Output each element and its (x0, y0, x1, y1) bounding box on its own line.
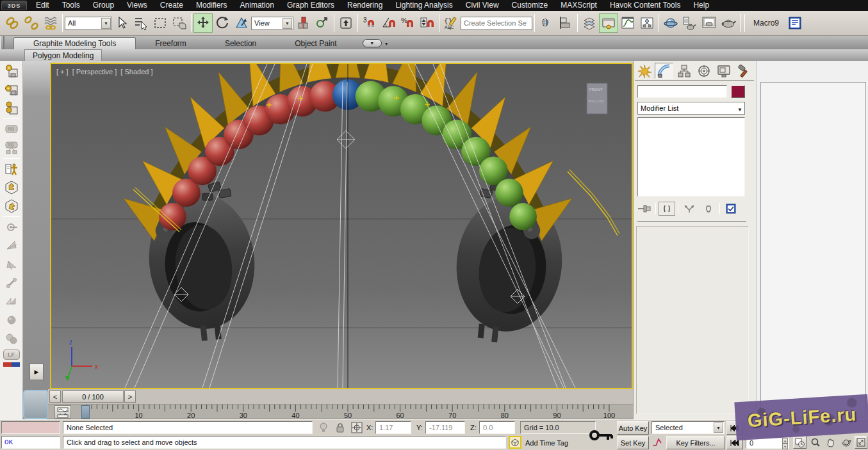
menu-item-animation[interactable]: Animation (234, 0, 281, 11)
ribbon-menu-caret[interactable]: ▼ (384, 42, 389, 46)
absolute-mode-icon[interactable] (350, 421, 364, 434)
tab-graphite-modeling-tools[interactable]: Graphite Modeling Tools (13, 37, 136, 49)
select-and-link-icon[interactable] (3, 13, 22, 33)
z-value-field[interactable]: 0.0 (479, 421, 515, 434)
selection-filter-dropdown[interactable]: All▼ (65, 17, 112, 30)
viewport-menu-shading[interactable]: [ Shaded ] (120, 68, 152, 76)
app-logo[interactable]: 3DS (1, 1, 27, 10)
menu-item-lighting-analysis[interactable]: Lighting Analysis (389, 0, 459, 11)
track-bar-frame-handle[interactable] (81, 405, 90, 419)
window-crossing-icon[interactable] (170, 13, 189, 33)
tab-polygon-modeling[interactable]: Polygon Modeling (24, 49, 102, 61)
time-configuration-icon[interactable] (793, 436, 807, 449)
default-in-out-tangent-icon[interactable] (651, 436, 664, 449)
tab-create-icon[interactable] (635, 63, 653, 79)
percent-snap-icon[interactable]: % (398, 13, 418, 33)
use-pivot-center-icon[interactable] (293, 13, 313, 33)
next-frame-arrow[interactable]: > (124, 390, 136, 403)
tab-object-paint[interactable]: Object Paint (275, 38, 356, 49)
bind-to-spacewarp-icon[interactable] (41, 13, 60, 33)
time-slider-handle[interactable]: 0 / 100 (62, 390, 124, 403)
previous-frame-arrow[interactable]: < (49, 390, 61, 403)
expand-tray-button[interactable]: ▶ (29, 364, 44, 380)
auto-key-button[interactable]: Auto Key (617, 421, 649, 435)
graphite-ribbon-toggle-icon[interactable] (599, 13, 618, 33)
key-filters-button[interactable]: Key Filters... (666, 436, 725, 449)
disabled-bone-icon[interactable] (3, 275, 20, 291)
menu-item-tools[interactable]: Tools (56, 0, 86, 11)
tab-display-icon[interactable] (714, 63, 733, 79)
selection-lock-icon[interactable] (333, 421, 347, 434)
viewport-menu-plus[interactable]: [ + ] (56, 68, 69, 76)
modifier-stack-list[interactable] (637, 117, 745, 197)
tab-modify-icon[interactable] (655, 63, 673, 79)
reference-coordsys-dropdown[interactable]: View▼ (251, 17, 293, 30)
rendered-frame-icon[interactable] (700, 13, 719, 33)
ribbon-grip[interactable] (0, 36, 4, 49)
rigid-body-hierarchy-button[interactable]: RB (3, 140, 20, 156)
select-object-icon[interactable] (112, 13, 131, 33)
show-end-result-icon[interactable] (659, 202, 675, 216)
menu-item-rendering[interactable]: Rendering (341, 0, 389, 11)
menu-item-modifiers[interactable]: Modifiers (190, 0, 234, 11)
zoom-viewport-icon[interactable] (808, 436, 822, 449)
chevron-down-icon[interactable]: ▼ (283, 18, 292, 29)
maxscript-mini-listener-white[interactable]: OK (1, 436, 60, 449)
docked-button[interactable] (23, 390, 49, 419)
add-time-tag-button[interactable]: Add Time Tag (525, 436, 596, 449)
menu-item-graph-editors[interactable]: Graph Editors (281, 0, 341, 11)
export-selected-icon[interactable] (3, 81, 20, 98)
key-mode-dropdown[interactable]: Selected▼ (651, 421, 725, 434)
maximize-viewport-icon[interactable] (855, 436, 867, 449)
disabled-spheres-pair-icon[interactable] (3, 330, 20, 347)
render-production-icon[interactable] (719, 13, 738, 33)
select-by-name-icon[interactable] (131, 13, 151, 33)
menu-item-views[interactable]: Views (120, 0, 154, 11)
menu-item-edit[interactable]: Edit (29, 0, 56, 11)
tab-motion-icon[interactable] (694, 63, 713, 79)
menu-item-group[interactable]: Group (86, 0, 120, 11)
disabled-sphere-icon[interactable] (3, 312, 20, 328)
pan-hand-icon[interactable] (824, 436, 837, 449)
named-selection-sets-icon[interactable]: {}ABC (441, 13, 461, 33)
layer-manager-icon[interactable] (580, 13, 599, 33)
remove-modifier-icon[interactable] (700, 202, 717, 216)
menu-item-customize[interactable]: Customize (505, 0, 555, 11)
plugin-module-2-icon[interactable] (3, 198, 20, 214)
disabled-triangles-icon[interactable] (3, 293, 20, 310)
tab-hierarchy-icon[interactable] (675, 63, 693, 79)
docked-panel-canvas[interactable] (760, 82, 866, 417)
set-key-button[interactable]: Set Key (617, 436, 649, 449)
select-and-rotate-icon[interactable] (213, 13, 232, 33)
maxscript-listener-icon[interactable] (785, 13, 805, 33)
tab-freeform[interactable]: Freeform (136, 38, 206, 49)
schematic-view-icon[interactable] (637, 13, 657, 33)
track-bar-ruler[interactable]: 0102030405060708090100 (74, 405, 631, 419)
isolate-selection-icon[interactable] (316, 421, 331, 434)
plugin-module-1-icon[interactable] (3, 179, 20, 196)
tab-utilities-icon[interactable] (734, 63, 753, 79)
y-value-field[interactable]: -17.119 (425, 421, 465, 434)
perspective-viewport[interactable]: [ + ] [ Perspective ] [ Shaded ] (50, 63, 633, 389)
object-color-swatch[interactable] (731, 85, 745, 98)
tab-selection[interactable]: Selection (206, 38, 275, 49)
macro-button[interactable]: Macro9 (747, 19, 785, 28)
rectangular-selection-icon[interactable] (151, 13, 170, 33)
selected-tag-icon[interactable] (509, 436, 521, 449)
mirror-icon[interactable] (537, 13, 556, 33)
pin-stack-icon[interactable] (636, 202, 653, 216)
snap-3d-icon[interactable]: 3 (360, 13, 379, 33)
orbit-icon[interactable] (839, 436, 853, 449)
make-unique-icon[interactable] (681, 202, 698, 216)
spinner-snap-icon[interactable] (418, 13, 437, 33)
mini-curve-editor-button[interactable] (54, 405, 71, 419)
biped-character-icon[interactable] (3, 161, 20, 177)
keyboard-override-icon[interactable] (336, 13, 356, 33)
menu-item-maxscript[interactable]: MAXScript (554, 0, 603, 11)
menu-item-help[interactable]: Help (687, 0, 716, 11)
ribbon-minimize-button[interactable]: ▼ (363, 39, 382, 47)
disabled-tool-spiral-icon[interactable] (3, 219, 20, 236)
lf-button[interactable]: LF (3, 350, 20, 360)
frame-spinner[interactable]: ▲▼ (782, 438, 788, 447)
material-editor-icon[interactable] (661, 13, 680, 33)
